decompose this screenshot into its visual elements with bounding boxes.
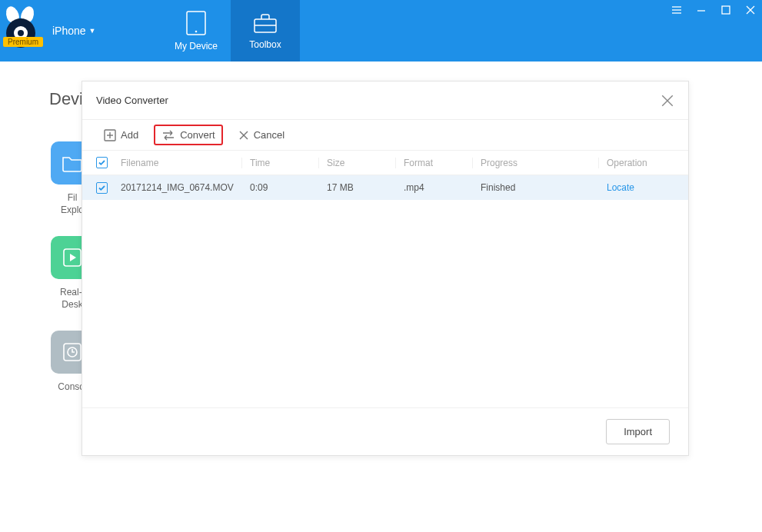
minimize-icon[interactable] <box>694 3 708 17</box>
cell-time: 0:09 <box>242 182 319 193</box>
premium-badge: Premium <box>3 37 43 47</box>
close-icon[interactable] <box>661 94 674 108</box>
tablet-icon <box>185 10 207 36</box>
button-label: Add <box>121 129 138 141</box>
button-label: Convert <box>180 129 215 141</box>
cell-progress: Finished <box>473 182 599 193</box>
tab-label: My Device <box>175 41 218 52</box>
cancel-button[interactable]: Cancel <box>231 125 292 145</box>
convert-icon <box>161 130 175 141</box>
modal-title: Video Converter <box>96 95 168 106</box>
modal-footer: Import <box>82 407 688 455</box>
chevron-down-icon: ▼ <box>89 27 96 35</box>
tab-my-device[interactable]: My Device <box>161 0 231 62</box>
convert-button[interactable]: Convert <box>154 125 223 145</box>
cell-filename: 20171214_IMG_0674.MOV <box>121 182 242 193</box>
table-row[interactable]: 20171214_IMG_0674.MOV 0:09 17 MB .mp4 Fi… <box>82 175 688 200</box>
tile-label: FilExplo <box>61 192 84 216</box>
col-size[interactable]: Size <box>319 158 396 168</box>
locate-link[interactable]: Locate <box>607 182 634 193</box>
add-button[interactable]: Add <box>96 125 146 146</box>
modal-body <box>82 200 688 407</box>
modal-header: Video Converter <box>82 81 688 120</box>
modal-toolbar: Add Convert Cancel <box>82 120 688 151</box>
col-format[interactable]: Format <box>396 158 473 168</box>
svg-rect-8 <box>722 6 730 14</box>
import-button[interactable]: Import <box>606 419 670 444</box>
cell-format: .mp4 <box>396 182 473 193</box>
logo-area: Premium iPhone ▼ <box>0 0 161 62</box>
col-progress[interactable]: Progress <box>473 158 599 168</box>
col-operation[interactable]: Operation <box>599 158 688 168</box>
menu-icon[interactable] <box>670 3 684 17</box>
nav-tabs: My Device Toolbox <box>161 0 300 62</box>
close-icon[interactable] <box>744 3 757 17</box>
cell-operation: Locate <box>599 182 688 193</box>
device-label: iPhone <box>52 25 86 37</box>
plus-icon <box>104 129 116 141</box>
col-filename[interactable]: Filename <box>121 158 242 168</box>
col-time[interactable]: Time <box>242 158 319 168</box>
window-controls <box>670 3 757 17</box>
maximize-icon[interactable] <box>719 3 733 17</box>
cell-size: 17 MB <box>319 182 396 193</box>
x-icon <box>238 130 249 141</box>
svg-point-1 <box>195 31 198 33</box>
device-selector[interactable]: iPhone ▼ <box>52 25 96 37</box>
video-converter-modal: Video Converter Add Convert Cancel Filen… <box>82 81 689 456</box>
row-checkbox[interactable] <box>96 182 108 194</box>
tab-toolbox[interactable]: Toolbox <box>231 0 300 62</box>
table-header: Filename Time Size Format Progress Opera… <box>82 151 688 175</box>
button-label: Cancel <box>254 129 285 141</box>
toolbox-icon <box>252 12 278 35</box>
tab-label: Toolbox <box>249 39 281 50</box>
select-all-checkbox[interactable] <box>96 157 108 168</box>
app-header: Premium iPhone ▼ My Device Toolbox <box>0 0 762 62</box>
